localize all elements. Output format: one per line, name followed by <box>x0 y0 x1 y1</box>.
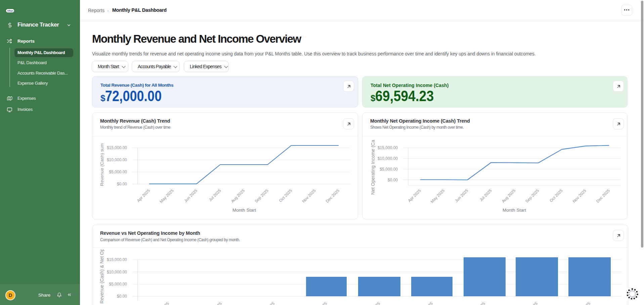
svg-text:May 2025: May 2025 <box>159 188 174 204</box>
svg-text:$5,000.00: $5,000.00 <box>380 167 398 172</box>
svg-text:Jun 2025: Jun 2025 <box>260 301 275 305</box>
svg-text:Revenue (Cash) & Net Op: Revenue (Cash) & Net Op <box>99 249 104 304</box>
svg-text:Aug 2025: Aug 2025 <box>230 188 246 204</box>
svg-text:Oct 2025: Oct 2025 <box>278 188 293 203</box>
svg-text:Jun 2025: Jun 2025 <box>183 188 198 203</box>
svg-text:$0.00: $0.00 <box>117 182 127 186</box>
svg-text:Nov 2025: Nov 2025 <box>301 188 316 204</box>
svg-text:$10,000.00: $10,000.00 <box>107 270 127 274</box>
svg-text:Aug 2025: Aug 2025 <box>501 188 516 204</box>
svg-text:Apr 2025: Apr 2025 <box>407 188 422 203</box>
svg-text:Sep 2025: Sep 2025 <box>418 301 434 305</box>
svg-text:Nov 2025: Nov 2025 <box>572 188 587 204</box>
svg-text:May 2025: May 2025 <box>207 301 223 305</box>
svg-text:Sep 2025: Sep 2025 <box>524 188 540 204</box>
svg-text:Sep 2025: Sep 2025 <box>254 188 269 204</box>
svg-text:Jul 2025: Jul 2025 <box>479 188 493 202</box>
svg-text:Aug 2025: Aug 2025 <box>366 301 381 305</box>
svg-text:Dec 2025: Dec 2025 <box>325 188 340 204</box>
svg-text:$10,000.00: $10,000.00 <box>107 158 127 162</box>
svg-text:Revenue (Cash) sum: Revenue (Cash) sum <box>99 143 104 186</box>
svg-text:Oct 2025: Oct 2025 <box>549 188 564 203</box>
svg-text:$5,000.00: $5,000.00 <box>109 170 127 174</box>
svg-text:Apr 2025: Apr 2025 <box>155 301 170 305</box>
svg-text:Month Start: Month Start <box>503 208 526 213</box>
svg-text:Jul 2025: Jul 2025 <box>314 301 328 305</box>
svg-text:Jun 2025: Jun 2025 <box>454 188 469 203</box>
svg-text:Net Operating Income (Ca: Net Operating Income (Ca <box>370 140 376 195</box>
svg-text:$0.00: $0.00 <box>117 294 127 299</box>
svg-text:Nov 2025: Nov 2025 <box>523 301 539 305</box>
svg-text:Oct 2025: Oct 2025 <box>471 301 486 305</box>
svg-text:Jul 2025: Jul 2025 <box>208 188 222 202</box>
svg-text:Apr 2025: Apr 2025 <box>136 188 151 203</box>
svg-text:$15,000.00: $15,000.00 <box>107 257 127 262</box>
svg-text:$15,000.00: $15,000.00 <box>378 145 398 150</box>
svg-text:$10,000.00: $10,000.00 <box>378 156 398 161</box>
svg-text:$5,000.00: $5,000.00 <box>109 282 127 287</box>
svg-text:Dec 2025: Dec 2025 <box>595 188 611 204</box>
svg-text:Dec 2025: Dec 2025 <box>576 301 591 305</box>
svg-text:$0.00: $0.00 <box>388 178 398 182</box>
svg-text:Month Start: Month Start <box>232 208 256 213</box>
svg-text:$15,000.00: $15,000.00 <box>107 145 127 150</box>
svg-text:May 2025: May 2025 <box>430 188 445 204</box>
